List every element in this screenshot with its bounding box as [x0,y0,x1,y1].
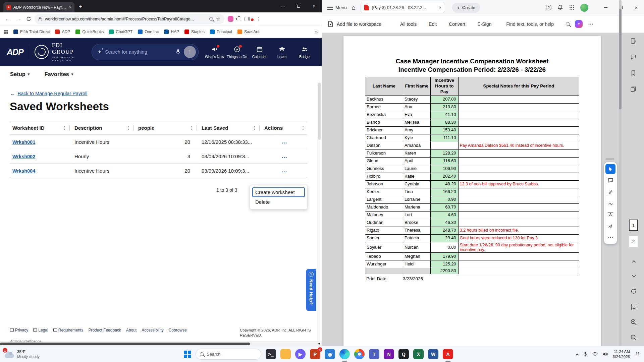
tab-convert[interactable]: Convert [449,21,465,27]
page-view-icon[interactable] [629,302,638,311]
nav-item-things-to-do[interactable]: Things to Do [226,46,248,59]
next-page-chevron-icon[interactable] [633,272,635,278]
bookmark-item[interactable]: Principal [210,29,232,34]
forward-icon[interactable]: → [15,16,23,22]
refresh-icon[interactable] [26,16,31,21]
notification-center-bell-icon[interactable] [635,352,640,357]
tab-esign[interactable]: E-Sign [477,21,491,27]
maximize-button[interactable] [291,0,306,12]
vertical-scrollbar[interactable] [317,82,322,342]
app-grid-icon[interactable] [569,5,574,10]
row-actions-button[interactable]: ... [281,167,287,174]
url-input[interactable] [45,17,206,21]
taskbar-app-powerpoint[interactable]: P 1 [310,349,320,359]
draw-tool[interactable] [605,198,615,208]
add-file-button[interactable]: Add file to workspace [327,21,381,27]
need-help-button[interactable]: ? Need Help? [306,269,316,311]
bookmark-item[interactable]: ADP [55,29,70,34]
taskbar-app-chrome[interactable] [354,349,365,359]
zoom-icon[interactable] [209,17,213,21]
search-icon[interactable] [566,22,570,26]
comment-tool[interactable] [605,175,615,185]
volume-icon[interactable] [603,352,608,356]
tab-close-icon[interactable]: × [439,5,442,10]
sidebar-panel-icon[interactable] [245,17,250,21]
scrollbar-thumb[interactable] [0,343,250,345]
export-panel-icon[interactable] [630,38,637,44]
nav-item-whats-new[interactable]: What's New [204,46,225,59]
bookmark-item[interactable]: QuickBooks [75,29,104,34]
pages-panel-icon[interactable] [630,86,637,93]
footer-link[interactable]: Legal [33,328,48,333]
taskbar-app-photos[interactable]: ◉ [325,349,335,359]
document-tab[interactable]: (Pay 3) 01.23.26 - 03.22.2... × [361,2,445,13]
acrobat-menu-button[interactable]: Menu [327,5,347,10]
taskbar-search[interactable] [196,349,261,360]
create-worksheet-menu-item[interactable]: Create worksheet [252,187,305,197]
start-button[interactable] [184,351,191,358]
adp-search-bar[interactable]: ✦ ↑ [92,44,199,60]
mic-icon[interactable] [583,352,587,357]
user-avatar[interactable] [580,4,588,12]
bookmark-item[interactable]: Fifth Third Direct [13,29,50,34]
bookmark-item[interactable]: ChatGPT [109,29,132,34]
more-tools-icon[interactable]: ⋯ [605,232,615,242]
back-to-payroll-link[interactable]: ← Back to Manage Regular Payroll [10,91,87,96]
select-tool[interactable] [605,164,615,174]
lock-icon[interactable] [39,18,42,21]
taskbar-app-teams[interactable]: T [369,349,379,359]
toolbar-overflow-icon[interactable]: ⋯ [588,21,594,27]
minimize-button[interactable] [275,0,291,12]
weather-widget[interactable]: 1 35°F Mostly cloudy [0,346,44,362]
rotate-refresh-icon[interactable] [629,287,638,296]
scrollbar-thumb[interactable] [619,9,622,109]
horizontal-scrollbar[interactable]: ▼ [0,342,322,346]
column-menu-kebab-icon[interactable]: ⋮ [62,125,67,130]
taskbar-app-terminal[interactable]: >_ [266,349,276,359]
column-menu-kebab-icon[interactable]: ⋮ [126,125,130,130]
footer-link[interactable]: Requirements [53,328,84,333]
new-tab-button[interactable]: + [76,2,85,11]
tab-edit[interactable]: Edit [429,21,437,27]
row-actions-button[interactable]: ... [281,153,287,159]
apps-grid-icon[interactable] [4,30,8,34]
taskbar-app-edge[interactable] [339,349,350,359]
help-icon[interactable]: ? [546,5,551,10]
extensions-puzzle-icon[interactable] [237,17,241,21]
setup-menu[interactable]: Setup▾ [10,71,30,77]
scrollbar-thumb[interactable] [318,83,321,140]
mic-icon[interactable] [176,49,180,55]
bookmark-star-icon[interactable]: ☆ [216,16,220,22]
document-scrollbar[interactable] [619,0,622,346]
tab-all-tools[interactable]: All tools [400,21,417,27]
wifi-icon[interactable] [592,352,598,356]
notifications-bell-icon[interactable] [557,5,563,10]
footer-link[interactable]: Product Feedback [88,328,121,333]
browser-tab[interactable]: A ADP Workforce Now - Payroll D × [3,2,74,12]
find-input[interactable] [506,21,562,27]
taskbar-app-media-player[interactable]: ▶ [295,349,306,359]
toolbar-drag-handle[interactable] [605,158,614,160]
taskbar-app-file-explorer[interactable] [280,349,291,359]
highlight-tool[interactable] [605,187,615,197]
adp-search-input[interactable] [105,49,172,55]
address-bar[interactable]: ☆ [35,14,224,24]
worksheet-id-link[interactable]: Wrksh001 [12,139,35,145]
taskbar-search-input[interactable] [207,352,250,357]
nav-item-learn[interactable]: Learn [271,46,292,59]
footer-link[interactable]: Privacy [10,328,28,333]
column-menu-kebab-icon[interactable]: ⋮ [190,125,194,130]
ai-assistant-icon[interactable]: ✦ [575,20,583,28]
taskbar-app-onenote[interactable]: N [384,349,394,359]
sign-tool[interactable] [605,221,615,231]
footer-link[interactable]: Cobrowse [169,328,187,333]
taskbar-clock[interactable]: 11:24 AM 3/24/2026 [613,349,630,359]
adp-logo[interactable]: ADP [7,47,23,57]
find-search-field[interactable] [506,21,570,27]
bookmark-item[interactable]: One Inc [138,29,159,34]
zoom-in-icon[interactable] [629,318,638,326]
back-icon[interactable]: ← [3,16,11,22]
footer-link[interactable]: About [126,328,137,333]
bookmark-item[interactable]: HAP [164,29,179,34]
home-icon[interactable]: ⌂ [352,4,356,11]
